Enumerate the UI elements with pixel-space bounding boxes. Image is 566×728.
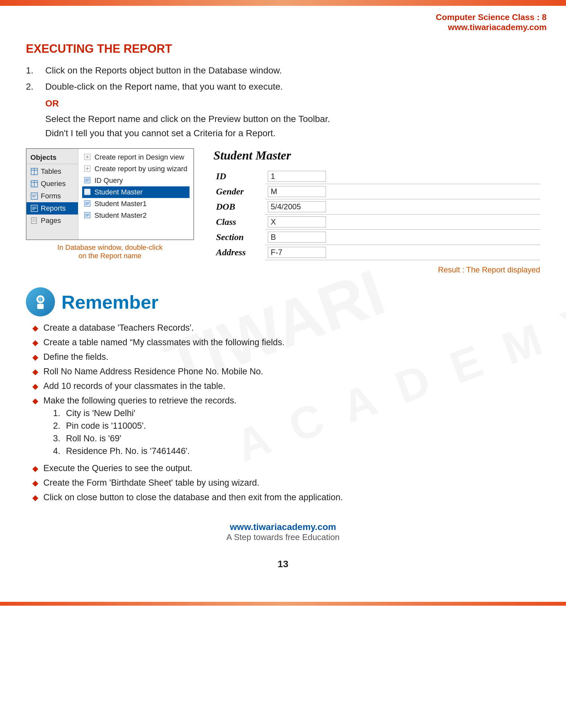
content-student-master2[interactable]: Student Master2 — [82, 210, 190, 221]
section-title: EXECUTING THE REPORT — [26, 42, 540, 56]
sidebar-tables-label: Tables — [41, 167, 61, 176]
address-field: F-7 — [268, 247, 326, 258]
diamond-8: ◆ — [32, 493, 38, 502]
remember-section: i Remember ◆ Create a database 'Teachers… — [26, 287, 540, 502]
create-design-icon — [84, 154, 91, 161]
content-create-wizard[interactable]: Create report by using wizard — [82, 163, 190, 175]
student-master-label: Student Master — [94, 188, 143, 196]
form-label-section: Section — [214, 230, 265, 245]
footer-website: www.tiwariacademy.com — [26, 522, 540, 532]
table-icon — [30, 168, 38, 175]
bullet-5-text: Make the following queries to retrieve t… — [43, 396, 237, 405]
sub-text-2: Pin code is '110005'. — [66, 421, 146, 431]
content-student-master[interactable]: Student Master — [82, 186, 190, 198]
sidebar-forms-label: Forms — [41, 192, 61, 200]
sub-item-2: 2. Pin code is '110005'. — [53, 421, 237, 431]
form-row-address: Address F-7 — [214, 245, 540, 260]
form-row-section: Section B — [214, 230, 540, 245]
sidebar-item-tables[interactable]: Tables — [27, 165, 78, 178]
diamond-0: ◆ — [32, 324, 38, 333]
sub-text-1: City is 'New Delhi' — [66, 408, 135, 418]
or-label: OR — [45, 98, 540, 109]
sidebar-item-reports[interactable]: Reports — [27, 202, 78, 215]
form-label-address: Address — [214, 245, 265, 260]
sidebar-item-forms[interactable]: Forms — [27, 190, 78, 202]
student-master1-label: Student Master1 — [94, 200, 147, 208]
remember-bullets: ◆ Create a database 'Teachers Records'. … — [32, 323, 540, 502]
result-caption: Result : The Report displayed — [214, 265, 540, 274]
form-value-id: 1 — [265, 169, 540, 184]
header-website: www.tiwariacademy.com — [19, 22, 547, 32]
sub-item-3: 3. Roll No. is '69' — [53, 434, 237, 444]
create-wizard-icon — [84, 165, 91, 172]
bullet-6-text: Execute the Queries to see the output. — [43, 463, 193, 473]
form-value-dob: 5/4/2005 — [265, 199, 540, 215]
sub-num-1: 1. — [53, 408, 66, 418]
sub-item-4: 4. Residence Ph. No. is '7461446'. — [53, 446, 237, 456]
step-1: 1. Click on the Reports object button in… — [26, 65, 540, 76]
sub-num-3: 3. — [53, 434, 66, 444]
bullet-0-text: Create a database 'Teachers Records'. — [43, 323, 194, 333]
bullet-2-text: Define the fields. — [43, 352, 108, 362]
student-master2-label: Student Master2 — [94, 211, 147, 220]
form-value-address: F-7 — [265, 245, 540, 260]
bullet-4-text: Add 10 records of your classmates in the… — [43, 381, 226, 391]
footer: www.tiwariacademy.com A Step towards fre… — [26, 522, 540, 555]
content-create-design[interactable]: Create report in Design view — [82, 151, 190, 163]
sidebar-pages-label: Pages — [41, 216, 61, 225]
db-caption: In Database window, double-clickon the R… — [26, 243, 194, 260]
create-design-label: Create report in Design view — [94, 153, 184, 161]
bottom-decorative-bar — [0, 602, 566, 606]
database-window: Objects Tables ! Queries — [26, 148, 194, 240]
main-content: EXECUTING THE REPORT 1. Click on the Rep… — [0, 36, 566, 599]
sidebar-item-pages[interactable]: Pages — [27, 215, 78, 227]
db-content-area: Create report in Design view Create repo… — [78, 149, 194, 239]
content-student-master1[interactable]: Student Master1 — [82, 198, 190, 210]
remember-icon-circle: i — [26, 287, 55, 316]
bullet-5: ◆ Make the following queries to retrieve… — [32, 396, 540, 459]
remember-header: i Remember — [26, 287, 540, 316]
student-master1-icon — [84, 200, 91, 207]
form-value-gender: M — [265, 184, 540, 199]
db-sidebar-header: Objects — [27, 151, 78, 164]
content-id-query[interactable]: ID Query — [82, 175, 190, 186]
sub-item-1: 1. City is 'New Delhi' — [53, 408, 237, 418]
diamond-5: ◆ — [32, 396, 38, 405]
sub-num-4: 4. — [53, 446, 66, 456]
form-label-id: ID — [214, 169, 265, 184]
db-window-container: Objects Tables ! Queries — [26, 148, 194, 274]
sub-text-3: Roll No. is '69' — [66, 434, 121, 444]
sidebar-item-queries[interactable]: ! Queries — [27, 178, 78, 190]
pages-icon — [30, 217, 38, 225]
student-master-icon — [84, 189, 91, 196]
student-form-table: ID 1 Gender M DOB 5/4/2005 Class X Secti… — [214, 169, 540, 260]
steps-list: 1. Click on the Reports object button in… — [26, 65, 540, 92]
form-value-class: X — [265, 215, 540, 230]
bullet-8-text: Click on close button to close the datab… — [43, 492, 343, 502]
bullet-1-text: Create a table named “My classmates with… — [43, 337, 284, 347]
form-row-gender: Gender M — [214, 184, 540, 199]
form-row-dob: DOB 5/4/2005 — [214, 199, 540, 215]
form-value-section: B — [265, 230, 540, 245]
create-wizard-label: Create report by using wizard — [94, 165, 187, 173]
bullet-7-text: Create the Form 'Birthdate Sheet' table … — [43, 478, 260, 488]
screenshot-area: Objects Tables ! Queries — [26, 148, 540, 274]
remember-title: Remember — [61, 291, 159, 313]
step-2: 2. Double-click on the Report name, that… — [26, 82, 540, 92]
diamond-4: ◆ — [32, 382, 38, 391]
step-2-num: 2. — [26, 82, 45, 92]
form-label-class: Class — [214, 215, 265, 230]
step-2-text: Double-click on the Report name, that yo… — [45, 82, 283, 92]
svg-text:i: i — [39, 297, 41, 302]
bullet-7: ◆ Create the Form 'Birthdate Sheet' tabl… — [32, 478, 540, 488]
form-icon — [30, 192, 38, 200]
form-label-dob: DOB — [214, 199, 265, 215]
db-sidebar: Objects Tables ! Queries — [27, 149, 78, 239]
sub-num-2: 2. — [53, 421, 66, 431]
form-row-id: ID 1 — [214, 169, 540, 184]
section-field: B — [268, 232, 326, 243]
step-1-text: Click on the Reports object button in th… — [45, 65, 282, 76]
bullet-3: ◆ Roll No Name Address Residence Phone N… — [32, 367, 540, 377]
id-query-icon — [84, 177, 91, 184]
bullet-8: ◆ Click on close button to close the dat… — [32, 492, 540, 502]
